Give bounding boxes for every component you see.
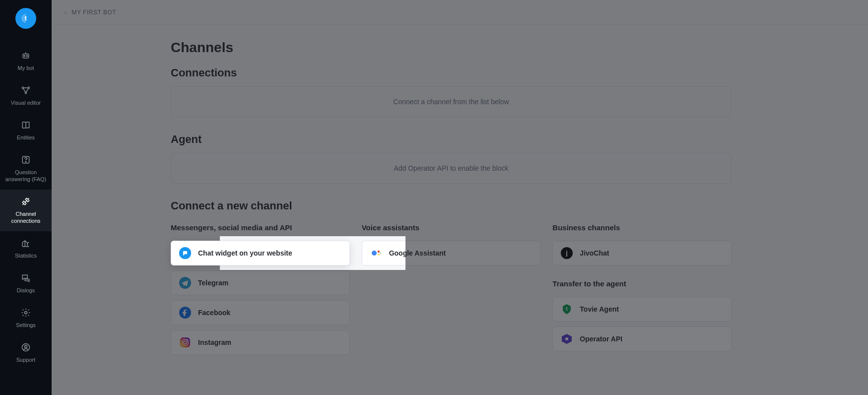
instagram-icon (179, 336, 191, 348)
channel-jivochat[interactable]: j JivoChat (552, 241, 732, 265)
tovie-agent-icon: t (561, 303, 573, 315)
sidebar-item-label: Dialogs (17, 287, 35, 294)
bot-icon (21, 51, 31, 61)
channel-label: Facebook (198, 309, 230, 317)
channel-label: Instagram (198, 338, 231, 346)
breadcrumb-text[interactable]: MY FIRST BOT (72, 9, 117, 16)
content-area: Channels Connections Connect a channel f… (52, 25, 868, 380)
sidebar-item-label: Visual editor (11, 99, 41, 106)
connections-empty-text: Connect a channel from the list below (393, 98, 509, 106)
agent-empty-text: Add Operator API to enable the block (394, 164, 508, 172)
channel-label: Google Assistant (389, 249, 446, 257)
sidebar-item-label: Settings (16, 322, 36, 329)
breadcrumb: › MY FIRST BOT (52, 0, 868, 25)
facebook-icon (179, 307, 191, 319)
svg-point-19 (372, 251, 377, 256)
column-business-transfer: Business channels j JivoChat Transfer to… (552, 223, 732, 360)
svg-rect-15 (180, 337, 190, 347)
sidebar-item-visual-editor[interactable]: Visual editor (0, 78, 52, 113)
stats-icon (21, 238, 31, 248)
svg-point-18 (187, 340, 188, 341)
google-assistant-icon (370, 247, 382, 259)
flow-icon (21, 85, 31, 95)
svg-point-11 (25, 345, 27, 348)
sidebar-nav: My bot Visual editor Entities Question a… (0, 44, 52, 370)
channel-label: Operator API (580, 335, 622, 343)
connect-heading: Connect a new channel (171, 199, 732, 212)
svg-point-27 (565, 337, 568, 340)
column-title-voice: Voice assistants (362, 223, 541, 232)
agent-empty-box: Add Operator API to enable the block (171, 153, 732, 184)
svg-text:j: j (566, 249, 568, 257)
sidebar-item-label: Entities (17, 134, 35, 141)
sidebar-item-entities[interactable]: Entities (0, 113, 52, 148)
sidebar-item-question-answering[interactable]: Question answering (FAQ) (0, 148, 52, 190)
connections-heading: Connections (171, 66, 732, 79)
sidebar-item-dialogs[interactable]: Dialogs (0, 266, 52, 301)
book-icon (21, 120, 31, 130)
plug-icon (21, 197, 31, 206)
svg-point-9 (25, 312, 27, 314)
sidebar-item-support[interactable]: Support (0, 335, 52, 370)
faq-icon (21, 155, 31, 165)
svg-point-3 (26, 56, 27, 57)
svg-point-22 (380, 253, 381, 254)
svg-point-4 (22, 87, 24, 88)
svg-point-6 (25, 92, 26, 93)
content-inner: Channels Connections Connect a channel f… (171, 40, 732, 360)
sidebar-item-settings[interactable]: Settings (0, 301, 52, 335)
telegram-icon (179, 277, 191, 289)
chat-widget-icon (179, 247, 191, 259)
channel-telegram[interactable]: Telegram (171, 270, 350, 295)
dialogs-icon (21, 273, 31, 283)
logo-icon: t (15, 8, 36, 29)
svg-point-8 (25, 161, 26, 162)
sidebar-item-label: Question answering (FAQ) (3, 169, 48, 183)
svg-point-5 (28, 87, 29, 88)
channel-label: Chat widget on your website (198, 249, 292, 257)
channel-tovie-agent[interactable]: t Tovie Agent (552, 297, 732, 322)
sidebar-item-label: Channel connections (3, 210, 48, 224)
sidebar-item-label: My bot (17, 65, 34, 71)
channel-label: JivoChat (580, 249, 609, 257)
support-icon (21, 342, 31, 352)
page-title: Channels (171, 40, 732, 56)
svg-point-20 (377, 251, 379, 253)
column-messengers: Messengers, social media and API Chat wi… (171, 223, 350, 360)
logo-container: t (0, 0, 52, 37)
column-title-transfer: Transfer to the agent (552, 279, 732, 288)
sidebar-item-label: Support (16, 356, 36, 363)
connections-empty-box: Connect a channel from the list below (171, 86, 732, 117)
channel-columns: Messengers, social media and API Chat wi… (171, 223, 732, 360)
svg-point-21 (378, 254, 380, 255)
channel-label: Telegram (198, 279, 228, 287)
column-title-business: Business channels (552, 223, 732, 232)
svg-point-2 (24, 56, 25, 57)
channel-instagram[interactable]: Instagram (171, 330, 350, 355)
chevron-right-icon: › (65, 9, 67, 16)
channel-operator-api[interactable]: Operator API (552, 327, 732, 351)
channel-label: Tovie Agent (580, 305, 619, 313)
column-voice: Voice assistants Google Assistant (362, 223, 541, 360)
channel-facebook[interactable]: Facebook (171, 300, 350, 325)
svg-text:t: t (25, 14, 27, 22)
jivochat-icon: j (561, 247, 573, 259)
sidebar-item-label: Statistics (15, 252, 37, 259)
main-content: › MY FIRST BOT Channels Connections Conn… (52, 0, 868, 395)
sidebar: t My bot Visual editor Entities Question… (0, 0, 52, 395)
sidebar-item-channel-connections[interactable]: Channel connections (0, 190, 52, 231)
app-root: t My bot Visual editor Entities Question… (0, 0, 868, 395)
column-title-messengers: Messengers, social media and API (171, 223, 350, 232)
sidebar-item-my-bot[interactable]: My bot (0, 44, 52, 78)
agent-heading: Agent (171, 133, 732, 146)
channel-chat-widget[interactable]: Chat widget on your website (171, 241, 350, 265)
channel-google-assistant[interactable]: Google Assistant (362, 241, 541, 265)
operator-api-icon (561, 333, 573, 345)
sidebar-item-statistics[interactable]: Statistics (0, 231, 52, 266)
gear-icon (21, 308, 31, 318)
